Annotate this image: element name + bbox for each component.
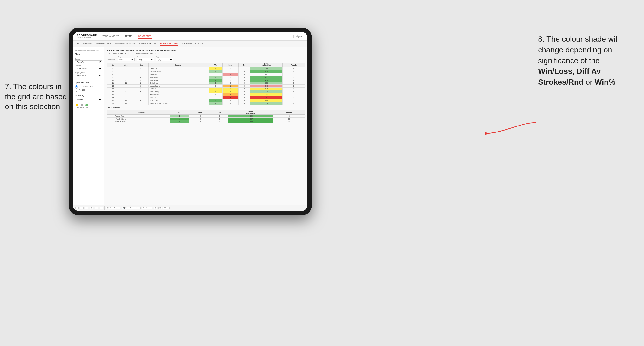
filter-conference-select[interactable]: (All)	[137, 58, 154, 61]
sidebar-division-select[interactable]: NCAA Division III	[75, 67, 102, 70]
arrow-right-icon	[485, 118, 538, 137]
toolbar-grid-btn[interactable]: ⊞	[90, 206, 93, 209]
ood-col-rounds: Rounds	[274, 110, 305, 115]
logo-text: SCOREBOARD	[77, 34, 97, 37]
subnav-player-h2h-grid[interactable]: PLAYER H2H GRID	[160, 42, 178, 46]
ood-col-opponent: Opponent	[114, 110, 170, 115]
sign-out-link[interactable]: Sign out	[296, 35, 304, 37]
sidebar-timestamp: Last Updated: 27/03/2024 16:55:38	[75, 49, 102, 51]
toolbar-redo2[interactable]: ↩	[85, 206, 88, 209]
grid-title: Katelyn Vo Head-to-Head Grid for Women's…	[107, 49, 305, 52]
filter-opponent-select[interactable]: (All)	[156, 58, 173, 61]
toolbar-undo[interactable]: ↩	[75, 206, 79, 209]
col-div: #Div	[107, 63, 119, 67]
col-reg: #Reg	[119, 63, 133, 67]
toolbar-redo[interactable]: ↩	[80, 206, 84, 209]
logo-sub-text: Powered by clippd	[77, 37, 97, 38]
subnav-team-h2h-heatmap[interactable]: TEAM H2H HEATMAP	[115, 42, 135, 45]
logo: SCOREBOARD Powered by clippd	[77, 34, 97, 38]
table-row: 20116 Emily Chang 4 1 0 0.30 11	[107, 99, 305, 102]
sidebar: Last Updated: 27/03/2024 16:55:38 Player…	[73, 47, 104, 205]
division-record: Division Record: 331 - 34 - 6	[136, 52, 159, 55]
legend-row: Down Level Up	[75, 104, 102, 108]
toolbar-view-original[interactable]: ⊞ View: Original	[106, 206, 120, 209]
table-row: 11112 Heejo Hyun 1 0 0 3.33 3	[107, 82, 305, 85]
table-row: 633 Sydney Kuo 0 1 0 -1.00	[107, 73, 305, 76]
subnav-team-summary[interactable]: TEAM SUMMARY	[77, 42, 92, 45]
sidebar-player-heading: Player	[75, 53, 102, 55]
col-rounds: Rounds	[283, 63, 305, 67]
legend-level: Level	[80, 104, 84, 108]
filter-conference: Conference (All)	[137, 56, 154, 61]
sidebar-division-label: Division	[75, 65, 102, 67]
table-row: 1671 Jessica Mason 1 2 0 -0.94	[107, 93, 305, 96]
toolbar-share[interactable]: Share	[163, 206, 170, 209]
sidebar-radio-top100[interactable]: Top 100	[75, 88, 102, 92]
col-win: Win	[209, 63, 222, 67]
toolbar-sep1	[104, 206, 105, 210]
table-row: 1474 Eunice Yi 2 2 0 0.38 9	[107, 88, 305, 90]
toolbar: ↩ ↩ ↩ ⊞ ⋯ ↻ ⊞ View: Original 💾 Save Cust…	[73, 205, 308, 211]
out-of-division-table: Opponent Win Loss Tie Diff AvStrokes/Rnd…	[107, 110, 305, 123]
nav-links: TOURNAMENTS TEAMS COMMITTEE	[102, 34, 293, 39]
toolbar-layout[interactable]: ⊡	[154, 206, 157, 209]
toolbar-grid2[interactable]: ⊞	[158, 206, 162, 209]
ood-col-tie: Tie	[212, 110, 228, 115]
sidebar-opponent-view-label: Opponent view	[75, 82, 102, 84]
toolbar-more[interactable]: ⋯	[94, 206, 98, 209]
nav-bar: SCOREBOARD Powered by clippd TOURNAMENTS…	[73, 32, 308, 41]
table-row: 1822 Euna Lee 0 3 0 -5.00 2	[107, 96, 305, 99]
legend-level-dot	[81, 104, 83, 106]
tablet-screen: SCOREBOARD Powered by clippd TOURNAMENTS…	[73, 32, 308, 211]
ood-table-row: NCAA Division 2 5 0 0 7.400 10	[107, 121, 305, 123]
annotation-left: 7. The colours in the grid are based on …	[5, 82, 72, 112]
ood-col-loss: Loss	[189, 110, 212, 115]
legend-down-dot	[76, 104, 78, 106]
col-loss: Loss	[222, 63, 238, 67]
nav-teams[interactable]: TEAMS	[124, 34, 133, 39]
ood-table-row: Foreign Team 1 0 0 4.500 2	[107, 115, 305, 118]
annotation-right-text: 8. The colour shade will change dependin…	[538, 35, 619, 65]
sidebar-gender-select[interactable]: Women's	[75, 60, 102, 63]
nav-right: | Sign out	[293, 35, 304, 37]
sidebar-player-rank-label: Player (Rank)	[75, 72, 102, 73]
radio-opponents-played-input[interactable]	[75, 85, 78, 88]
ood-col-diff: Diff AvStrokes/Rnd	[228, 110, 274, 115]
radio-top100-input[interactable]	[75, 88, 78, 92]
sidebar-gender-label: Gender	[75, 58, 102, 60]
sidebar-radio-opponents-played[interactable]: Opponents Played	[75, 85, 102, 88]
col-opponent: Opponent	[148, 63, 209, 67]
grid-records: Overall Record: 353 - 34 - 6 Division Re…	[107, 52, 305, 55]
filter-row: Opponents: Region (All) Conference (All)	[107, 56, 305, 61]
table-row: 20117 Federica Domecq Lacroze 2 1 0 1.33…	[107, 102, 305, 105]
annotation-right: 8. The colour shade will change dependin…	[538, 34, 634, 88]
sidebar-colour-by-select[interactable]: Win/loss	[75, 98, 102, 101]
filter-region: Region (All)	[118, 56, 134, 61]
annotation-right-bold3: Win%	[595, 78, 616, 86]
toolbar-save-custom[interactable]: 💾 Save Custom View	[122, 206, 140, 209]
sidebar-player-rank-select[interactable]: 8. Katelyn Vo	[75, 74, 102, 77]
subnav-player-summary[interactable]: PLAYER SUMMARY	[139, 42, 156, 45]
col-conf: #Conf	[133, 63, 148, 67]
annotation-left-text: 7. The colours in the grid are based on …	[5, 82, 67, 111]
subnav-team-h2h-grid[interactable]: TEAM H2H GRID	[96, 42, 112, 45]
opponents-label: Opponents:	[107, 59, 115, 61]
table-row: 522 Alexis Sudjianto 1 0 0 4.00 3	[107, 70, 305, 73]
subnav-player-h2h-heatmap[interactable]: PLAYER H2H HEATMAP	[182, 42, 203, 45]
legend-down: Down	[75, 104, 79, 108]
tablet-frame: SCOREBOARD Powered by clippd TOURNAMENTS…	[68, 28, 312, 215]
grid-area: Katelyn Vo Head-to-Head Grid for Women's…	[104, 47, 308, 205]
overall-record: Overall Record: 353 - 34 - 6	[107, 52, 129, 55]
nav-tournaments[interactable]: TOURNAMENTS	[102, 34, 120, 39]
filter-opponent: Opponent (All)	[156, 56, 173, 61]
toolbar-refresh[interactable]: ↻	[100, 206, 103, 209]
table-row: 1311 Jessica Huang 0 1 0 -3.00 2	[107, 85, 305, 88]
data-table: #Div #Reg #Conf Opponent Win Loss Tie Di…	[107, 62, 305, 105]
nav-committee[interactable]: COMMITTEE	[138, 34, 152, 39]
main-content: Last Updated: 27/03/2024 16:55:38 Player…	[73, 47, 308, 205]
filter-region-select[interactable]: (All)	[118, 58, 134, 61]
col-tie: Tie	[238, 63, 250, 67]
toolbar-watch[interactable]: 👁 Watch ▾	[142, 206, 152, 209]
table-row: 1063 Andrea York 2 0 0 4.00 4	[107, 79, 305, 82]
out-of-division-title: Out of division	[107, 107, 305, 109]
